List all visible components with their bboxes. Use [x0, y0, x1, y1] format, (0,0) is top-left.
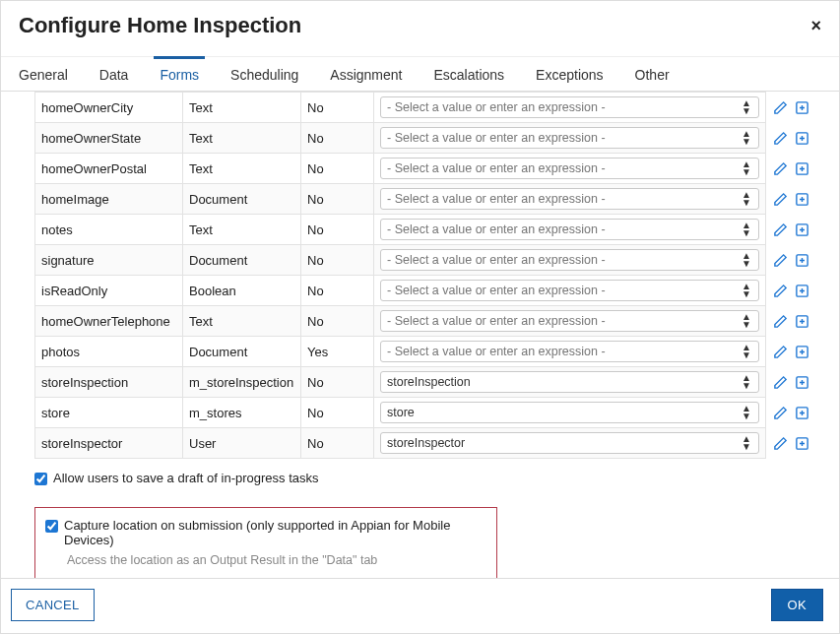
add-icon[interactable]: [794, 435, 809, 451]
value-select[interactable]: - Select a value or enter an expression …: [380, 249, 759, 271]
table-row: storeInspectorUserNostoreInspector▲▼: [35, 428, 821, 459]
cell-actions: [766, 276, 821, 306]
cell-input-value: storeInspector▲▼: [374, 428, 766, 459]
cell-input-multiple: No: [301, 215, 374, 245]
edit-icon[interactable]: [772, 191, 788, 207]
table-row: homeOwnerPostalTextNo- Select a value or…: [35, 154, 821, 184]
tab-forms[interactable]: Forms: [158, 57, 201, 91]
value-select[interactable]: store▲▼: [380, 402, 759, 423]
tab-data[interactable]: Data: [97, 57, 131, 91]
cell-input-name: storeInspection: [35, 367, 183, 398]
capture-location-highlight: Capture location on submission (only sup…: [34, 507, 497, 578]
edit-icon[interactable]: [772, 160, 788, 176]
table-row: storem_storesNostore▲▼: [35, 398, 821, 428]
edit-icon[interactable]: [772, 374, 788, 390]
cell-input-value: - Select a value or enter an expression …: [374, 306, 766, 337]
edit-icon[interactable]: [772, 222, 788, 237]
add-icon[interactable]: [794, 191, 809, 207]
cell-input-name: homeOwnerPostal: [35, 154, 183, 184]
ok-button[interactable]: OK: [771, 589, 823, 621]
add-icon[interactable]: [794, 99, 809, 115]
cell-input-multiple: No: [301, 245, 374, 276]
value-select[interactable]: - Select a value or enter an expression …: [380, 219, 759, 240]
cell-actions: [766, 123, 821, 154]
cell-input-value: storeInspection▲▼: [374, 367, 766, 398]
tab-exceptions[interactable]: Exceptions: [534, 57, 605, 91]
edit-icon[interactable]: [772, 435, 788, 451]
cell-input-type: Text: [183, 306, 301, 337]
add-icon[interactable]: [794, 283, 809, 298]
edit-icon[interactable]: [772, 313, 788, 329]
add-icon[interactable]: [794, 252, 809, 268]
value-select[interactable]: - Select a value or enter an expression …: [380, 158, 759, 179]
capture-location-label[interactable]: Capture location on submission (only sup…: [64, 518, 486, 547]
table-row: storeInspectionm_storeInspectionNostoreI…: [35, 367, 821, 398]
value-select[interactable]: - Select a value or enter an expression …: [380, 341, 759, 362]
add-icon[interactable]: [794, 313, 809, 329]
add-icon[interactable]: [794, 222, 809, 237]
tab-scheduling[interactable]: Scheduling: [228, 57, 300, 91]
tab-assignment[interactable]: Assignment: [328, 57, 404, 91]
capture-location-checkbox[interactable]: [45, 520, 58, 533]
value-select[interactable]: storeInspection▲▼: [380, 371, 759, 393]
chevron-updown-icon: ▲▼: [741, 374, 752, 390]
cell-input-multiple: No: [301, 123, 374, 154]
value-select[interactable]: storeInspector▲▼: [380, 432, 759, 454]
forms-panel: homeOwnerCityTextNo- Select a value or e…: [1, 92, 839, 578]
value-select[interactable]: - Select a value or enter an expression …: [380, 188, 759, 210]
value-select-text: - Select a value or enter an expression …: [387, 192, 606, 206]
cell-input-multiple: No: [301, 428, 374, 459]
cell-input-type: Text: [183, 154, 301, 184]
cell-input-name: store: [35, 398, 183, 428]
value-select-text: - Select a value or enter an expression …: [387, 284, 606, 297]
cell-input-value: store▲▼: [374, 398, 766, 428]
allow-draft-label[interactable]: Allow users to save a draft of in-progre…: [53, 471, 319, 485]
edit-icon[interactable]: [772, 130, 788, 146]
cell-input-type: Text: [183, 93, 301, 123]
tab-other[interactable]: Other: [633, 57, 672, 91]
add-icon[interactable]: [794, 374, 809, 390]
tab-general[interactable]: General: [17, 57, 70, 91]
cell-input-value: - Select a value or enter an expression …: [374, 276, 766, 306]
cell-input-name: storeInspector: [35, 428, 183, 459]
table-row: photosDocumentYes- Select a value or ent…: [35, 337, 821, 367]
allow-draft-checkbox[interactable]: [34, 473, 47, 485]
table-row: homeOwnerCityTextNo- Select a value or e…: [35, 93, 821, 123]
edit-icon[interactable]: [772, 344, 788, 359]
value-select[interactable]: - Select a value or enter an expression …: [380, 96, 759, 118]
cell-input-type: Text: [183, 215, 301, 245]
cell-input-value: - Select a value or enter an expression …: [374, 337, 766, 367]
cancel-button[interactable]: CANCEL: [11, 589, 95, 621]
cell-actions: [766, 428, 821, 459]
dialog-title: Configure Home Inspection: [19, 13, 301, 38]
cell-input-type: m_storeInspection: [183, 367, 301, 398]
cell-input-name: photos: [35, 337, 183, 367]
value-select[interactable]: - Select a value or enter an expression …: [380, 127, 759, 149]
close-icon[interactable]: ×: [810, 16, 821, 36]
edit-icon[interactable]: [772, 252, 788, 268]
add-icon[interactable]: [794, 130, 809, 146]
cell-actions: [766, 245, 821, 276]
configure-dialog: Configure Home Inspection × GeneralDataF…: [0, 0, 840, 634]
value-select[interactable]: - Select a value or enter an expression …: [380, 280, 759, 301]
edit-icon[interactable]: [772, 405, 788, 420]
cell-input-multiple: No: [301, 367, 374, 398]
chevron-updown-icon: ▲▼: [741, 313, 752, 329]
edit-icon[interactable]: [772, 283, 788, 298]
value-select-text: - Select a value or enter an expression …: [387, 100, 606, 114]
chevron-updown-icon: ▲▼: [741, 99, 752, 115]
cell-input-value: - Select a value or enter an expression …: [374, 215, 766, 245]
cell-input-multiple: No: [301, 93, 374, 123]
cell-input-value: - Select a value or enter an expression …: [374, 184, 766, 215]
tab-escalations[interactable]: Escalations: [432, 57, 507, 91]
value-select-text: storeInspection: [387, 375, 471, 389]
value-select-text: - Select a value or enter an expression …: [387, 222, 606, 236]
add-icon[interactable]: [794, 405, 809, 420]
inputs-table: homeOwnerCityTextNo- Select a value or e…: [34, 92, 821, 459]
add-icon[interactable]: [794, 344, 809, 359]
edit-icon[interactable]: [772, 99, 788, 115]
value-select-text: - Select a value or enter an expression …: [387, 161, 606, 175]
cell-input-name: notes: [35, 215, 183, 245]
value-select[interactable]: - Select a value or enter an expression …: [380, 310, 759, 332]
add-icon[interactable]: [794, 160, 809, 176]
